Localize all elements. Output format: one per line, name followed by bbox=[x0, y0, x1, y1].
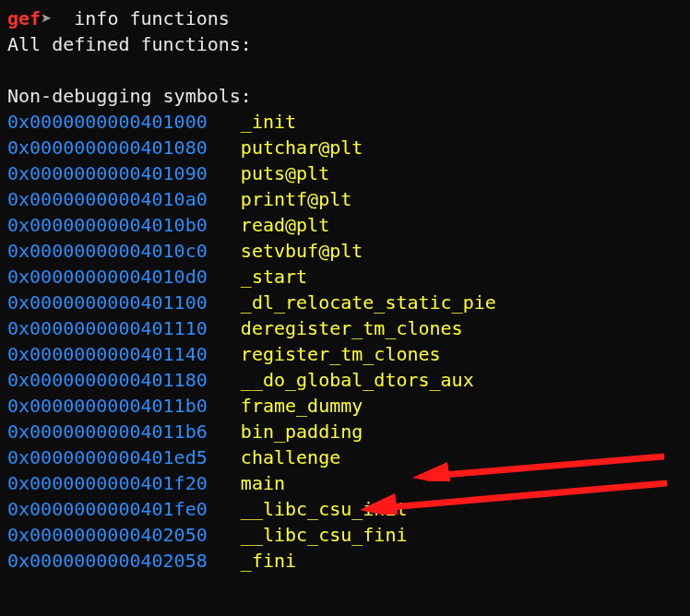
table-row: 0x0000000000401090 puts@plt bbox=[7, 160, 683, 186]
address: 0x00000000004010b0 bbox=[7, 212, 219, 238]
function-name: _fini bbox=[241, 548, 296, 574]
address: 0x0000000000401140 bbox=[7, 341, 219, 367]
function-name: register_tm_clones bbox=[241, 341, 441, 367]
address: 0x00000000004011b0 bbox=[7, 393, 219, 419]
function-name: deregister_tm_clones bbox=[241, 315, 463, 341]
table-row: 0x00000000004010a0 printf@plt bbox=[7, 186, 683, 212]
prompt-arrow: ➤ bbox=[41, 7, 52, 30]
address: 0x0000000000402050 bbox=[7, 522, 219, 548]
address: 0x0000000000402058 bbox=[7, 548, 219, 574]
address: 0x00000000004011b6 bbox=[7, 419, 219, 444]
table-row: 0x0000000000402050 __libc_csu_fini bbox=[7, 522, 683, 548]
output-header-nondebug: Non-debugging symbols: bbox=[7, 83, 683, 109]
symbol-table: 0x0000000000401000 _init 0x0000000000401… bbox=[7, 109, 683, 574]
blank-line bbox=[7, 57, 683, 83]
command-text: info functions bbox=[52, 7, 230, 30]
address: 0x0000000000401180 bbox=[7, 367, 219, 393]
function-name: read@plt bbox=[241, 212, 329, 238]
address: 0x00000000004010d0 bbox=[7, 264, 219, 290]
function-name: main bbox=[241, 470, 285, 496]
address: 0x0000000000401100 bbox=[7, 290, 219, 315]
function-name: bin_padding bbox=[241, 419, 363, 444]
function-name: setvbuf@plt bbox=[241, 238, 363, 264]
function-name: frame_dummy bbox=[241, 393, 363, 419]
table-row: 0x00000000004010d0 _start bbox=[7, 264, 683, 290]
function-name: __do_global_dtors_aux bbox=[241, 367, 474, 393]
function-name: __libc_csu_init bbox=[241, 496, 408, 522]
gef-prompt-label: gef bbox=[7, 7, 41, 30]
address: 0x0000000000401fe0 bbox=[7, 496, 219, 522]
table-row: 0x0000000000401110 deregister_tm_clones bbox=[7, 315, 683, 341]
address: 0x0000000000401000 bbox=[7, 109, 219, 135]
function-name: __libc_csu_fini bbox=[241, 522, 408, 548]
function-name: challenge bbox=[241, 444, 340, 470]
address: 0x0000000000401090 bbox=[7, 160, 219, 186]
table-row: 0x00000000004011b0 frame_dummy bbox=[7, 393, 683, 419]
table-row: 0x0000000000401080 putchar@plt bbox=[7, 135, 683, 160]
function-name: _dl_relocate_static_pie bbox=[241, 290, 496, 315]
table-row: 0x0000000000401000 _init bbox=[7, 109, 683, 135]
function-name: printf@plt bbox=[241, 186, 351, 212]
address: 0x0000000000401ed5 bbox=[7, 444, 219, 470]
table-row: 0x0000000000401fe0 __libc_csu_init bbox=[7, 496, 683, 522]
table-row: 0x0000000000402058 _fini bbox=[7, 548, 683, 574]
function-name: _init bbox=[241, 109, 296, 135]
table-row: 0x00000000004011b6 bin_padding bbox=[7, 419, 683, 444]
table-row: 0x00000000004010c0 setvbuf@plt bbox=[7, 238, 683, 264]
table-row: 0x0000000000401180 __do_global_dtors_aux bbox=[7, 367, 683, 393]
address: 0x0000000000401f20 bbox=[7, 470, 219, 496]
table-row: 0x0000000000401f20 main bbox=[7, 470, 683, 496]
table-row: 0x0000000000401100 _dl_relocate_static_p… bbox=[7, 290, 683, 315]
table-row: 0x0000000000401140 register_tm_clones bbox=[7, 341, 683, 367]
prompt-line[interactable]: gef➤ info functions bbox=[7, 6, 683, 31]
address: 0x0000000000401080 bbox=[7, 135, 219, 160]
function-name: _start bbox=[241, 264, 307, 290]
address: 0x00000000004010a0 bbox=[7, 186, 219, 212]
table-row: 0x0000000000401ed5 challenge bbox=[7, 444, 683, 470]
function-name: puts@plt bbox=[241, 160, 329, 186]
function-name: putchar@plt bbox=[241, 135, 363, 160]
address: 0x00000000004010c0 bbox=[7, 238, 219, 264]
table-row: 0x00000000004010b0 read@plt bbox=[7, 212, 683, 238]
address: 0x0000000000401110 bbox=[7, 315, 219, 341]
output-header-all: All defined functions: bbox=[7, 31, 683, 57]
